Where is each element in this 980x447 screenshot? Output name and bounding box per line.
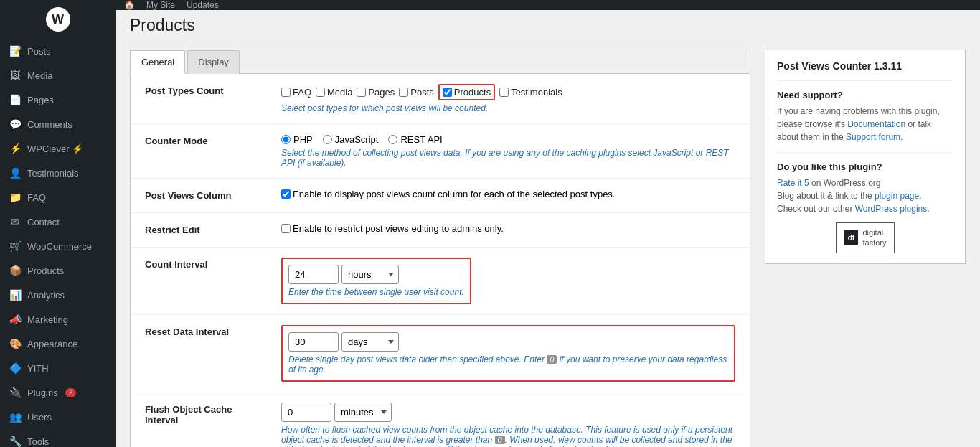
sidebar: W 📝Posts🖼Media📄Pages💬Comments⚡WPClever ⚡… [0, 0, 116, 447]
sidebar-item-analytics[interactable]: 📊Analytics [0, 283, 116, 307]
sidebar-item-yith[interactable]: 🔷YITH [0, 356, 116, 380]
page-heading-area: Products [116, 10, 980, 35]
pages-icon: 📄 [9, 93, 22, 106]
sidebar-item-users[interactable]: 👥Users [0, 405, 116, 429]
wordpress-plugins-link[interactable]: WordPress plugins [855, 204, 928, 214]
analytics-icon: 📊 [9, 288, 22, 301]
sidebar-item-plugins[interactable]: 🔌Plugins2 [0, 380, 116, 405]
wpclever-icon: ⚡ [9, 142, 22, 155]
label-restrict-edit: Restrict Edit [131, 213, 274, 248]
radio-php: PHP [281, 134, 313, 145]
marketing-icon: 📣 [9, 313, 22, 326]
checkbox-restrict-edit: Enable to restrict post views editing to… [281, 223, 735, 234]
radio-rest-api-input[interactable] [388, 135, 397, 144]
label-restrict-edit-text: Enable to restrict post views editing to… [293, 223, 504, 234]
label-pages: Pages [368, 87, 395, 98]
label-products: Products [454, 87, 491, 98]
support-text: If you are having problems with this plu… [777, 105, 953, 143]
df-icon: df [844, 230, 858, 245]
contact-icon: ✉ [9, 215, 22, 228]
label-reset-data-interval: Reset Data Interval [131, 315, 274, 392]
reset-data-interval-unit[interactable]: minutes hours days [341, 332, 399, 352]
top-bar-site[interactable]: My Site [146, 0, 175, 10]
sidebar-label-wpclever: WPClever ⚡ [27, 143, 83, 154]
wp-logo: W [0, 0, 116, 39]
df-text: digital factory [862, 227, 886, 248]
checkout-prefix: Check out our other [777, 204, 855, 214]
reset-data-interval-number[interactable] [288, 332, 339, 352]
df-line2: factory [862, 237, 886, 248]
label-flush-cache: Flush Object Cache Interval [131, 392, 274, 448]
row-counter-mode: Counter Mode PHP JavaScript [131, 124, 750, 179]
rate-text: Rate it 5 on WordPress.org [777, 177, 953, 189]
documentation-link[interactable]: Documentation [847, 119, 905, 129]
support-forum-link[interactable]: Support forum [846, 132, 900, 142]
tools-icon: 🔧 [9, 435, 22, 447]
sidebar-item-media[interactable]: 🖼Media [0, 63, 116, 88]
sidebar-item-testimonials[interactable]: 👤Testimonials [0, 161, 116, 185]
top-bar-updates[interactable]: Updates [187, 0, 219, 10]
df-logo-box: df digital factory [836, 222, 894, 253]
sidebar-item-faq[interactable]: 📁FAQ [0, 185, 116, 210]
sidebar-item-posts[interactable]: 📝Posts [0, 39, 116, 63]
flush-cache-number[interactable] [281, 403, 331, 422]
checkbox-posts-input[interactable] [399, 88, 408, 97]
checkbox-faq-input[interactable] [281, 88, 291, 97]
radio-php-input[interactable] [281, 135, 291, 144]
support-title: Need support? [777, 90, 953, 100]
sidebar-item-contact[interactable]: ✉Contact [0, 210, 116, 234]
sidebar-item-wpclever[interactable]: ⚡WPClever ⚡ [0, 136, 116, 161]
settings-panel: General Display Post Types Count FAQ [130, 50, 750, 447]
sidebar-label-woocommerce: WooCommerce [27, 241, 92, 252]
count-interval-unit[interactable]: minutes hours days [341, 265, 399, 284]
testimonials-icon: 👤 [9, 166, 22, 179]
sidebar-item-pages[interactable]: 📄Pages [0, 88, 116, 112]
sidebar-item-marketing[interactable]: 📣Marketing [0, 307, 116, 331]
sidebar-label-analytics: Analytics [27, 290, 65, 301]
top-bar-home[interactable]: 🏠 [124, 0, 135, 10]
sidebar-item-products[interactable]: 📦Products [0, 258, 116, 283]
sidebar-label-tools: Tools [27, 436, 49, 447]
sidebar-item-woocommerce[interactable]: 🛒WooCommerce [0, 234, 116, 258]
checkbox-restrict-edit-input[interactable] [281, 224, 291, 233]
post-types-checkboxes: FAQ Media Pages [281, 84, 735, 100]
checkbox-media-input[interactable] [316, 88, 325, 97]
desc-counter-mode: Select the method of collecting post vie… [281, 148, 735, 168]
label-rest-api: REST API [400, 134, 442, 145]
sidebar-item-comments[interactable]: 💬Comments [0, 112, 116, 136]
wordpress-logo: W [46, 7, 70, 32]
flush-cache-unit[interactable]: minutes hours days [334, 403, 392, 422]
label-posts: Posts [410, 87, 434, 98]
sidebar-label-contact: Contact [27, 217, 60, 227]
sidebar-label-testimonials: Testimonials [27, 168, 79, 179]
radio-javascript-input[interactable] [323, 135, 332, 144]
checkbox-pages-input[interactable] [357, 88, 366, 97]
sidebar-item-tools[interactable]: 🔧Tools [0, 429, 116, 447]
value-flush-cache: minutes hours days How often to flush ca… [274, 392, 750, 448]
value-post-views-column: Enable to display post views count colum… [274, 179, 750, 213]
checkbox-products-highlighted: Products [438, 84, 495, 100]
checkbox-post-views-column-input[interactable] [281, 189, 291, 199]
sidebar-label-media: Media [27, 70, 52, 81]
checkbox-products-input[interactable] [443, 88, 452, 97]
appearance-icon: 🎨 [9, 337, 22, 350]
badge-plugins: 2 [65, 388, 77, 397]
flush-cache-inputs: minutes hours days [281, 403, 735, 422]
settings-table: Post Types Count FAQ Media [131, 74, 750, 447]
sidebar-label-comments: Comments [27, 119, 72, 130]
count-interval-number[interactable] [288, 265, 339, 284]
tab-general[interactable]: General [131, 50, 185, 74]
faq-icon: 📁 [9, 191, 22, 204]
sidebar-label-faq: FAQ [27, 192, 46, 203]
checkbox-post-views-column: Enable to display post views count colum… [281, 189, 735, 199]
plugin-page-link[interactable]: plugin page [875, 191, 919, 201]
tab-display[interactable]: Display [187, 50, 240, 74]
checkbox-testimonials-input[interactable] [499, 88, 509, 97]
desc-reset-data-interval: Delete single day post views data older … [288, 354, 728, 375]
sidebar-item-appearance[interactable]: 🎨Appearance [0, 331, 116, 356]
divider-2 [777, 152, 953, 153]
row-flush-cache: Flush Object Cache Interval minutes hour… [131, 392, 750, 448]
rate-link[interactable]: Rate it 5 [777, 178, 809, 188]
label-media: Media [327, 87, 352, 98]
checkbox-testimonials: Testimonials [499, 87, 562, 98]
